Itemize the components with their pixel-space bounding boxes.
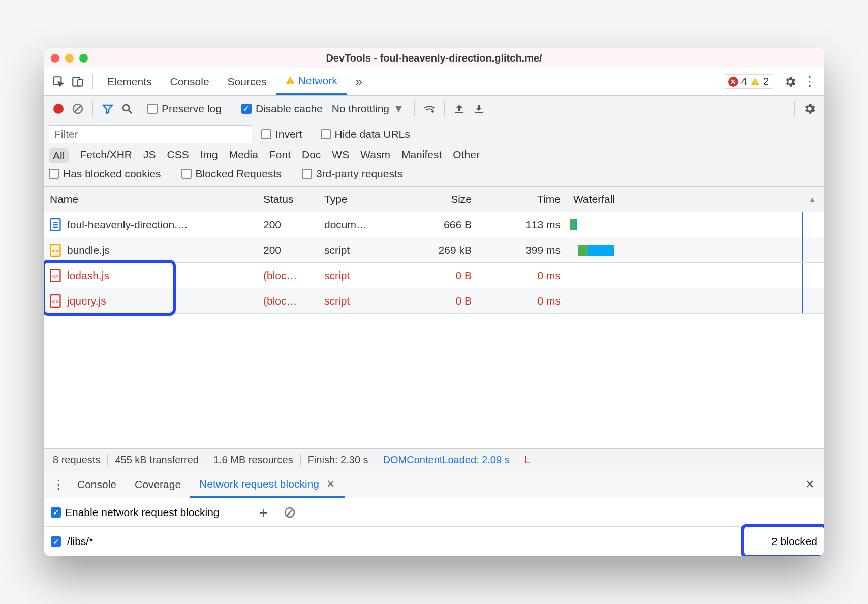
table-row[interactable]: <> jquery.js (bloc… script 0 B 0 ms <box>44 288 824 314</box>
add-pattern-icon[interactable]: ＋ <box>254 503 273 522</box>
status-resources: 1.6 MB resources <box>206 454 301 466</box>
clear-icon[interactable] <box>68 99 87 118</box>
network-settings-icon[interactable] <box>800 99 819 118</box>
col-size[interactable]: Size <box>384 187 478 212</box>
filter-input[interactable] <box>49 125 252 143</box>
tab-network[interactable]: Network <box>276 69 347 95</box>
hide-data-urls-checkbox[interactable]: Hide data URLs <box>321 128 410 140</box>
pattern-text: /libs/* <box>67 535 93 548</box>
script-icon: <> <box>50 244 61 257</box>
network-conditions-icon[interactable] <box>420 99 439 118</box>
col-waterfall[interactable]: Waterfall <box>567 187 824 212</box>
col-status[interactable]: Status <box>257 187 318 212</box>
table-row[interactable]: <> lodash.js (bloc… script 0 B 0 ms <box>44 263 824 288</box>
inspect-icon[interactable] <box>49 72 68 92</box>
svg-rect-4 <box>290 82 291 83</box>
throttling-select[interactable]: No throttling <box>332 103 389 115</box>
status-requests: 8 requests <box>46 454 108 466</box>
warning-icon <box>750 77 760 87</box>
blocking-pattern-row[interactable]: /libs/* 2 blocked <box>44 527 824 556</box>
error-warning-badges[interactable]: ✕ 4 2 <box>724 74 773 89</box>
script-icon: <> <box>50 269 61 282</box>
status-load: L <box>517 454 537 466</box>
svg-rect-13 <box>475 112 483 113</box>
drawer-tab-coverage[interactable]: Coverage <box>126 472 190 497</box>
status-transferred: 455 kB transferred <box>108 454 206 466</box>
blocked-requests-checkbox[interactable]: Blocked Requests <box>181 168 282 180</box>
network-toolbar: Preserve log Disable cache No throttling… <box>44 96 824 122</box>
invert-checkbox[interactable]: Invert <box>261 128 302 140</box>
upload-har-icon[interactable] <box>450 99 469 118</box>
waterfall-cell <box>567 288 824 313</box>
drawer-tab-console[interactable]: Console <box>68 472 126 497</box>
settings-icon[interactable] <box>781 72 800 92</box>
more-icon[interactable]: ⋮ <box>800 72 819 92</box>
blocking-toolbar: Enable network request blocking ＋ <box>44 498 824 527</box>
minimize-window-button[interactable] <box>65 54 74 63</box>
drawer-more-icon[interactable]: ⋮ <box>49 475 68 494</box>
window-title: DevTools - foul-heavenly-direction.glitc… <box>44 52 824 64</box>
close-tab-icon[interactable]: ✕ <box>326 478 335 490</box>
col-type[interactable]: Type <box>318 187 384 212</box>
table-row[interactable]: <> bundle.js 200 script 269 kB 399 ms <box>44 237 824 263</box>
record-button[interactable] <box>49 99 68 118</box>
type-chip-img[interactable]: Img <box>200 148 218 163</box>
type-chip-media[interactable]: Media <box>229 148 258 163</box>
svg-rect-2 <box>78 79 83 86</box>
close-drawer-icon[interactable]: ✕ <box>800 475 819 494</box>
blocked-count-label: 2 blocked <box>771 535 817 548</box>
waterfall-cell <box>567 263 824 288</box>
svg-point-11 <box>431 110 434 113</box>
svg-text:<>: <> <box>52 273 58 279</box>
request-grid: Name Status Type Size Time Waterfall fou… <box>44 187 824 448</box>
type-chip-js[interactable]: JS <box>143 148 156 163</box>
pattern-enabled-checkbox[interactable] <box>51 536 61 547</box>
network-status-bar: 8 requests 455 kB transferred 1.6 MB res… <box>44 448 824 471</box>
type-chip-wasm[interactable]: Wasm <box>360 148 390 163</box>
separator <box>92 74 93 89</box>
document-icon <box>50 218 61 231</box>
type-filters: All Fetch/XHR JS CSS Img Media Font Doc … <box>49 148 819 163</box>
preserve-log-checkbox[interactable]: Preserve log <box>147 103 222 115</box>
svg-rect-6 <box>755 83 756 84</box>
tabs-overflow[interactable]: » <box>347 69 371 95</box>
window-controls <box>51 54 88 63</box>
search-icon[interactable] <box>117 99 137 118</box>
error-icon: ✕ <box>728 77 738 87</box>
grid-header: Name Status Type Size Time Waterfall <box>44 187 824 212</box>
type-chip-fetchxhr[interactable]: Fetch/XHR <box>80 148 132 163</box>
type-chip-doc[interactable]: Doc <box>302 148 321 163</box>
device-toggle-icon[interactable] <box>68 72 87 92</box>
svg-line-25 <box>287 509 293 516</box>
filter-icon[interactable] <box>98 99 117 118</box>
tab-elements[interactable]: Elements <box>98 70 161 94</box>
error-count: 4 <box>741 76 747 87</box>
enable-blocking-checkbox[interactable]: Enable network request blocking <box>51 506 220 519</box>
drawer-tab-blocking[interactable]: Network request blocking ✕ <box>190 472 345 498</box>
close-window-button[interactable] <box>51 54 59 63</box>
col-time[interactable]: Time <box>478 187 567 212</box>
third-party-checkbox[interactable]: 3rd-party requests <box>302 168 402 180</box>
filter-area: Invert Hide data URLs All Fetch/XHR JS C… <box>44 122 824 187</box>
svg-text:<>: <> <box>52 247 58 253</box>
zoom-window-button[interactable] <box>79 54 88 63</box>
table-row[interactable]: foul-heavenly-direction.… 200 docum… 666… <box>44 212 824 237</box>
svg-rect-5 <box>755 80 756 82</box>
type-chip-ws[interactable]: WS <box>332 148 349 163</box>
clear-patterns-icon[interactable] <box>280 503 299 522</box>
disable-cache-checkbox[interactable]: Disable cache <box>241 103 323 115</box>
chevron-down-icon[interactable]: ▼ <box>393 103 404 115</box>
col-name[interactable]: Name <box>44 187 257 212</box>
type-chip-other[interactable]: Other <box>453 148 480 163</box>
download-har-icon[interactable] <box>469 99 488 118</box>
tab-console[interactable]: Console <box>161 70 219 94</box>
type-chip-css[interactable]: CSS <box>167 148 189 163</box>
svg-line-10 <box>129 110 132 113</box>
type-chip-font[interactable]: Font <box>269 148 291 163</box>
type-chip-all[interactable]: All <box>49 148 69 163</box>
type-chip-manifest[interactable]: Manifest <box>401 148 442 163</box>
warning-icon <box>285 75 295 85</box>
svg-rect-12 <box>455 112 463 113</box>
tab-sources[interactable]: Sources <box>219 70 276 94</box>
has-blocked-cookies-checkbox[interactable]: Has blocked cookies <box>49 168 161 180</box>
